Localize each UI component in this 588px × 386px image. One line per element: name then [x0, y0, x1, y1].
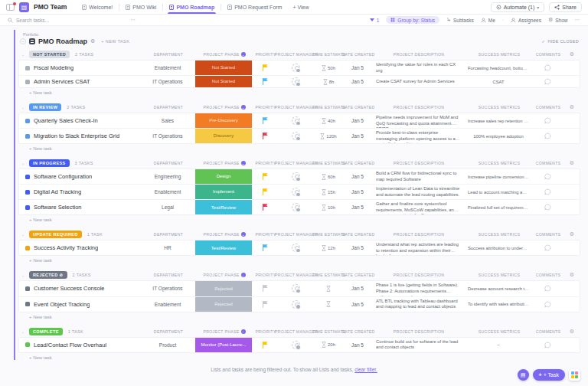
project-description-cell[interactable]: Pipeline needs improvement for MoM and Q… [371, 113, 465, 128]
column-header-success-metrics[interactable]: SUCCESS METRICS [466, 329, 533, 334]
priority-cell[interactable] [252, 244, 278, 251]
column-header-project-description[interactable]: PROJECT DESCRIPTION [372, 232, 466, 237]
project-manager-cell[interactable] [278, 77, 313, 86]
project-manager-cell[interactable] [278, 341, 313, 349]
collapse-group-icon[interactable]: ⌄ [20, 160, 26, 166]
column-header-success-metrics[interactable]: SUCCESS METRICS [466, 161, 533, 165]
status-badge[interactable]: IN PROGRESS [29, 159, 70, 167]
column-header-project-description[interactable]: PROJECT DESCRIPTION [372, 52, 466, 57]
department-cell[interactable]: Product [140, 342, 195, 348]
comments-cell[interactable] [532, 342, 563, 348]
project-phase-cell[interactable]: Not Started [195, 61, 252, 75]
success-metrics-cell[interactable]: Increase sales rep retention rates QoQ a… [465, 119, 532, 123]
project-manager-cell[interactable] [278, 172, 313, 181]
status-badge[interactable]: UPDATE REQUIRED [29, 231, 82, 238]
priority-cell[interactable] [252, 117, 278, 124]
column-header-project-manager[interactable]: PROJECT MANAGER [279, 329, 314, 334]
time-estimate-cell[interactable]: 50h [313, 65, 344, 71]
column-header-time-estimate[interactable]: TIME ESTIMATE [314, 273, 345, 277]
column-settings-icon[interactable]: ⚙ [564, 231, 580, 237]
time-estimate-cell[interactable]: 15h [313, 189, 344, 195]
new-task-button[interactable]: + New task [18, 215, 580, 222]
collapse-portfolio-icon[interactable]: − [20, 38, 26, 44]
task-row[interactable]: Migration to Slack Enterprise GridIT Ope… [19, 129, 580, 143]
column-header-department[interactable]: DEPARTMENT [141, 232, 196, 237]
project-description-cell[interactable]: Gather and finalize core system/tool req… [371, 200, 465, 214]
task-status-icon[interactable] [25, 246, 30, 250]
project-manager-cell[interactable] [278, 203, 313, 211]
task-name[interactable]: Digital Ad Tracking [34, 188, 81, 195]
search-input[interactable]: Search tasks... [8, 18, 122, 23]
avatar-placeholder[interactable] [292, 77, 300, 86]
project-phase-cell[interactable]: Implement [195, 185, 252, 199]
column-header-project-manager[interactable]: PROJECT MANAGER [279, 273, 314, 277]
project-phase-cell[interactable]: Discovery [195, 129, 252, 143]
new-task-button[interactable]: + New task [18, 312, 580, 319]
clear-filter-link[interactable]: clear filter. [354, 367, 377, 372]
comments-cell[interactable] [532, 132, 563, 139]
project-manager-cell[interactable] [278, 64, 313, 72]
project-phase-cell[interactable]: Rejected [195, 297, 252, 312]
project-manager-cell[interactable] [278, 188, 313, 196]
column-header-department[interactable]: DEPARTMENT [141, 329, 196, 334]
task-row[interactable]: Software ConfigurationEngineeringDesign6… [19, 169, 580, 185]
status-badge[interactable]: IN REVIEW [29, 103, 61, 111]
department-cell[interactable]: Enablement [140, 189, 195, 195]
time-estimate-cell[interactable]: 40h [313, 118, 344, 124]
avatar-placeholder[interactable] [292, 300, 300, 309]
department-cell[interactable]: Engineering [140, 174, 195, 179]
avatar-placeholder[interactable] [292, 172, 300, 181]
comments-cell[interactable] [532, 188, 563, 195]
task-status-icon[interactable] [25, 175, 30, 179]
toolbar-more-icon[interactable]: ⋯ [575, 17, 581, 23]
column-header-department[interactable]: DEPARTMENT [141, 161, 196, 165]
task-row[interactable]: Admin Services CSATIT OperationsNot Star… [19, 76, 580, 87]
priority-cell[interactable] [252, 173, 278, 180]
new-task-button[interactable]: + New task [18, 256, 580, 263]
column-header-time-estimate[interactable]: TIME ESTIMATE [314, 329, 345, 334]
time-estimate-cell[interactable] [313, 286, 344, 292]
collapse-group-icon[interactable]: ⌄ [20, 329, 26, 335]
task-status-icon[interactable] [25, 286, 30, 291]
task-name[interactable]: Software Configuration [34, 173, 92, 180]
task-name[interactable]: Admin Services CSAT [34, 78, 90, 85]
hide-closed-toggle[interactable]: ✓ HIDE CLOSED [541, 39, 579, 44]
column-header-date-created[interactable]: DATE CREATED [345, 273, 372, 277]
time-estimate-cell[interactable]: 10h [313, 204, 344, 211]
priority-cell[interactable] [252, 285, 278, 292]
column-settings-icon[interactable]: ⚙ [564, 272, 580, 278]
avatar-placeholder[interactable] [292, 203, 300, 211]
department-cell[interactable]: IT Operations [140, 79, 195, 84]
project-description-cell[interactable]: Identifying the value for roles in each … [371, 61, 465, 75]
time-estimate-cell[interactable]: 60h [313, 174, 344, 180]
task-name[interactable]: Quarterly Sales Check-In [34, 117, 98, 124]
task-status-icon[interactable] [25, 205, 30, 210]
priority-cell[interactable] [252, 78, 278, 85]
success-metrics-cell[interactable]: Increase pipeline conversion of new busi… [465, 175, 532, 179]
priority-cell[interactable] [252, 301, 278, 308]
column-header-time-estimate[interactable]: TIME ESTIMATE [314, 105, 345, 110]
project-description-cell[interactable]: Create CSAT survey for Admin Services [371, 77, 465, 87]
new-task-button[interactable]: + New task [18, 144, 580, 151]
project-description-cell[interactable]: Understand what rep activities are leadi… [371, 240, 465, 255]
column-header-project-manager[interactable]: PROJECT MANAGER [279, 52, 314, 57]
collapse-group-icon[interactable]: ⌄ [20, 231, 26, 237]
comments-cell[interactable] [532, 64, 563, 71]
task-name[interactable]: Success Activity Tracking [34, 244, 98, 251]
project-description-cell[interactable]: Phase 1 is live (getting fields in Softw… [371, 281, 465, 296]
priority-cell[interactable] [252, 132, 278, 139]
avatar-placeholder[interactable] [292, 116, 300, 125]
collapse-group-icon[interactable]: ⌄ [20, 104, 26, 110]
automate-button[interactable]: Automate (1) ▾ [491, 2, 544, 12]
success-metrics-cell[interactable]: Lead to account matching and handing of … [465, 190, 532, 195]
tab-pmo-roadmap[interactable]: PMO Roadmap [165, 0, 219, 14]
department-cell[interactable]: IT Operations [140, 286, 195, 291]
column-header-date-created[interactable]: DATE CREATED [345, 329, 372, 334]
column-header-project-phase[interactable]: PROJECT PHASE⌄ [196, 232, 253, 237]
comments-cell[interactable] [532, 285, 563, 292]
column-header-project-description[interactable]: PROJECT DESCRIPTION [372, 161, 466, 165]
column-header-project-phase[interactable]: PROJECT PHASE⌄ [196, 273, 253, 277]
project-manager-cell[interactable] [278, 244, 313, 252]
task-row[interactable]: Lead/Contact Flow OverhaulProductMonitor… [19, 338, 580, 352]
column-header-date-created[interactable]: DATE CREATED [345, 105, 372, 110]
